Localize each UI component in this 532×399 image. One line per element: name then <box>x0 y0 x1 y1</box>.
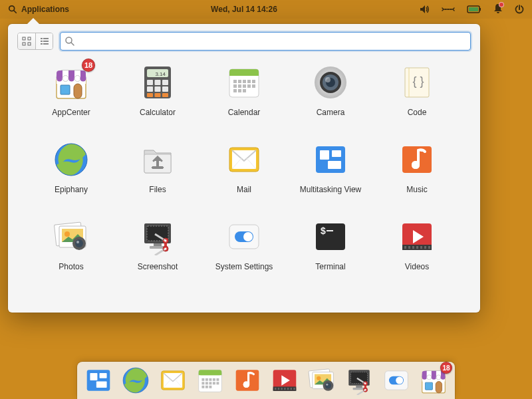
calendar-icon <box>196 366 225 395</box>
search-icon <box>65 36 75 47</box>
svg-rect-103 <box>23 37 25 40</box>
calendar-icon <box>225 64 263 101</box>
app-files[interactable]: Files <box>114 141 201 194</box>
mail-icon <box>158 366 188 395</box>
app-label: Calculator <box>140 108 176 117</box>
appcenter-icon: 18 <box>53 64 90 101</box>
app-label: Photos <box>59 262 83 271</box>
notifications-icon[interactable] <box>493 3 503 16</box>
dock-videos[interactable] <box>270 366 299 395</box>
svg-rect-109 <box>41 41 43 42</box>
app-label: Camera <box>317 108 345 117</box>
mail-icon <box>225 141 263 178</box>
dock-photos[interactable] <box>307 366 336 395</box>
svg-line-92 <box>14 11 17 13</box>
photos-icon <box>307 366 336 395</box>
svg-rect-112 <box>43 43 49 45</box>
settings-icon <box>382 366 411 395</box>
search-field-wrap <box>60 32 471 51</box>
code-icon <box>398 64 436 101</box>
app-code[interactable]: Code <box>374 64 460 117</box>
app-epiphany[interactable]: Epiphany <box>28 141 114 194</box>
calculator-icon <box>139 64 176 101</box>
videos-icon <box>270 366 299 395</box>
dock-music[interactable] <box>233 366 262 395</box>
app-label: System Settings <box>215 262 273 271</box>
app-label: AppCenter <box>52 108 90 117</box>
screenshot-icon <box>344 366 374 395</box>
update-badge: 18 <box>82 59 95 72</box>
app-camera[interactable]: Camera <box>287 64 374 117</box>
screenshot-icon <box>139 218 176 255</box>
list-view-button[interactable] <box>35 33 53 49</box>
app-terminal[interactable]: Terminal <box>287 218 374 271</box>
app-label: Screenshot <box>138 262 178 271</box>
clock[interactable]: Wed, Jul 14 14:26 <box>69 5 419 14</box>
svg-rect-104 <box>28 37 31 40</box>
app-calculator[interactable]: Calculator <box>114 64 201 117</box>
list-icon <box>40 37 49 46</box>
app-label: Epiphany <box>55 185 88 194</box>
app-label: Mail <box>237 185 251 194</box>
applications-grid: 18AppCenterCalculatorCalendarCameraCodeE… <box>8 59 480 285</box>
music-icon <box>398 141 436 178</box>
applications-menu-button[interactable]: Applications <box>8 5 69 14</box>
settings-icon <box>225 218 263 255</box>
search-input[interactable] <box>60 32 471 51</box>
app-settings[interactable]: System Settings <box>201 218 287 271</box>
app-label: Terminal <box>315 262 345 271</box>
terminal-icon <box>312 218 349 255</box>
app-multitasking[interactable]: Multitasking View <box>287 141 374 194</box>
files-icon <box>139 141 176 178</box>
dock-epiphany[interactable] <box>121 366 150 395</box>
app-calendar[interactable]: Calendar <box>201 64 287 117</box>
power-icon[interactable] <box>515 5 524 14</box>
svg-rect-105 <box>23 43 25 45</box>
applications-label: Applications <box>21 5 69 14</box>
network-icon[interactable] <box>442 5 455 14</box>
system-indicators <box>419 3 524 16</box>
svg-point-93 <box>445 9 446 10</box>
volume-icon[interactable] <box>419 4 430 15</box>
multitasking-icon <box>312 141 349 178</box>
dock-settings[interactable] <box>382 366 411 395</box>
app-music[interactable]: Music <box>374 141 460 194</box>
svg-point-94 <box>448 9 449 10</box>
svg-rect-98 <box>479 8 481 11</box>
svg-rect-97 <box>469 7 478 11</box>
notification-badge <box>499 2 504 7</box>
app-appcenter[interactable]: 18AppCenter <box>28 64 114 117</box>
app-photos[interactable]: Photos <box>28 218 114 271</box>
top-panel: Applications Wed, Jul 14 14:26 <box>0 0 532 19</box>
applications-popover: 18AppCenterCalculatorCalendarCameraCodeE… <box>8 24 480 313</box>
svg-line-114 <box>71 43 74 45</box>
popover-toolbar <box>8 24 480 59</box>
app-mail[interactable]: Mail <box>201 141 287 194</box>
epiphany-icon <box>121 366 150 395</box>
app-label: Music <box>406 185 427 194</box>
dock-calendar[interactable] <box>196 366 225 395</box>
app-videos[interactable]: Videos <box>374 218 460 271</box>
view-mode-toggle <box>17 33 53 50</box>
app-label: Videos <box>405 262 429 271</box>
app-screenshot[interactable]: Screenshot <box>114 218 201 271</box>
dock-mail[interactable] <box>158 366 188 395</box>
app-label: Multitasking View <box>300 185 361 194</box>
battery-icon[interactable] <box>467 5 481 13</box>
dock-screenshot[interactable] <box>344 366 374 395</box>
svg-rect-108 <box>43 38 49 39</box>
update-badge: 18 <box>440 362 452 374</box>
app-label: Code <box>408 108 427 117</box>
grid-view-button[interactable] <box>18 33 35 49</box>
epiphany-icon <box>53 141 90 178</box>
dock-appcenter[interactable]: 18 <box>419 366 448 395</box>
search-icon <box>8 5 17 14</box>
svg-rect-111 <box>41 43 43 45</box>
multitasking-icon <box>84 366 113 395</box>
music-icon <box>233 366 262 395</box>
photos-icon <box>53 218 90 255</box>
svg-rect-110 <box>43 41 49 42</box>
dock-multitasking[interactable] <box>84 366 113 395</box>
app-label: Calendar <box>228 108 261 117</box>
svg-rect-106 <box>28 43 31 45</box>
